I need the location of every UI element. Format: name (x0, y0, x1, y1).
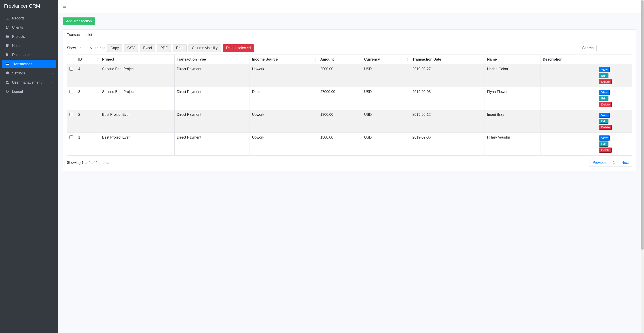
sort-desc-icon: ↑↓ (96, 58, 98, 61)
edit-button[interactable]: Edit (599, 96, 608, 101)
csv-button[interactable]: CSV (124, 44, 138, 52)
copy-button[interactable]: Copy (107, 44, 122, 52)
svg-point-0 (6, 26, 8, 27)
row-select-checkbox[interactable] (69, 90, 73, 93)
col-name[interactable]: Name↑↓ (485, 55, 540, 64)
col-currency[interactable]: Currency↑↓ (362, 55, 410, 64)
sidebar-item-documents[interactable]: Documents (2, 50, 56, 59)
column-visibility-button[interactable]: Column visibility (188, 44, 221, 52)
sidebar-item-clients[interactable]: Clients (2, 23, 56, 32)
brand-title: Freelancer CRM (0, 0, 58, 12)
table-toolbar: Show 100 entries Copy CSV Excel PDF Prin… (67, 44, 632, 52)
chart-icon (5, 16, 10, 20)
cell-project: Second Best Project (100, 64, 174, 87)
cell-id: 3 (76, 87, 100, 110)
col-description[interactable]: Description↑↓ (540, 55, 597, 64)
cell-project: Second Best Project (100, 87, 174, 110)
view-button[interactable]: View (599, 113, 610, 118)
transaction-card: Transaction List Show 100 entries Copy C… (62, 29, 636, 171)
pagination-next[interactable]: Next (618, 159, 632, 167)
col-project[interactable]: Project↑↓ (100, 55, 174, 64)
pdf-button[interactable]: PDF (157, 44, 171, 52)
delete-button[interactable]: Delete (599, 147, 612, 153)
cell-amount: 27000.00 (318, 87, 362, 110)
edit-button[interactable]: Edit (599, 141, 608, 147)
search-input[interactable] (596, 45, 632, 51)
print-button[interactable]: Print (173, 44, 187, 52)
user-plus-icon (5, 25, 10, 29)
cell-actions: ViewEditDelete (596, 133, 632, 156)
cell-currency: USD (362, 110, 410, 133)
excel-button[interactable]: Excel (140, 44, 155, 52)
delete-button[interactable]: Delete (599, 102, 612, 107)
sidebar-item-projects[interactable]: Projects (2, 32, 56, 41)
delete-button[interactable]: Delete (599, 79, 612, 84)
cell-currency: USD (362, 87, 410, 110)
sort-both-icon: ↑↓ (482, 58, 483, 61)
col-transaction-type[interactable]: Transaction Type↑↓ (174, 55, 250, 64)
add-transaction-button[interactable]: Add Transaction (62, 17, 95, 25)
cell-actions: ViewEditDelete (596, 64, 632, 87)
delete-selected-button[interactable]: Delete selected (223, 44, 254, 52)
entries-label: entries (94, 46, 105, 50)
cell-source: Upwork (250, 110, 318, 133)
chevron-left-icon: ‹ (52, 81, 53, 84)
cell-name: Hillary Vaughn (485, 133, 540, 156)
cell-type: Direct Payment (174, 64, 250, 87)
cell-actions: ViewEditDelete (596, 87, 632, 110)
cell-date: 2019-09-12 (410, 110, 485, 133)
edit-button[interactable]: Edit (599, 73, 608, 78)
cell-id: 4 (76, 64, 100, 87)
scrollbar-thumb[interactable] (641, 0, 644, 250)
table-row: 3Second Best ProjectDirect PaymentDirect… (67, 87, 632, 110)
view-button[interactable]: View (599, 67, 610, 72)
cell-date: 2019-09-05 (410, 87, 485, 110)
sidebar-item-label: Reports (12, 16, 24, 20)
cell-description (540, 87, 597, 110)
view-button[interactable]: View (599, 90, 610, 95)
sidebar: Freelancer CRM ReportsClientsProjectsNot… (0, 0, 58, 333)
sidebar-item-reports[interactable]: Reports (2, 14, 56, 22)
sidebar-item-logout[interactable]: Logout (2, 87, 56, 96)
content: Add Transaction Transaction List Show 10… (58, 13, 641, 333)
file-icon (5, 53, 10, 57)
delete-button[interactable]: Delete (599, 125, 612, 130)
col-id[interactable]: ID↑↓ (76, 55, 100, 64)
cell-project: Best Project Ever (100, 133, 174, 156)
menu-toggle-button[interactable]: ☰ (62, 4, 66, 9)
cell-name: Flynn Flowers (485, 87, 540, 110)
cell-amount: 1500.00 (318, 133, 362, 156)
sign-out-icon (5, 89, 10, 94)
page-size-select[interactable]: 100 (77, 45, 93, 51)
sidebar-item-notes[interactable]: Notes (2, 41, 56, 50)
sidebar-item-label: Transactions (12, 62, 32, 66)
cell-actions: ViewEditDelete (596, 110, 632, 133)
svg-rect-1 (6, 35, 9, 37)
card-title: Transaction List (63, 30, 636, 40)
row-select-checkbox[interactable] (69, 67, 73, 71)
pagination-previous[interactable]: Previous (589, 159, 610, 167)
sort-both-icon: ↑↓ (315, 58, 316, 61)
sidebar-item-transactions[interactable]: Transactions (2, 60, 56, 68)
briefcase-icon (5, 34, 10, 39)
row-select-checkbox[interactable] (69, 113, 73, 116)
view-button[interactable]: View (599, 135, 610, 141)
sidebar-item-user-management[interactable]: User management‹ (2, 78, 56, 87)
row-select-checkbox[interactable] (69, 135, 73, 139)
cell-date: 2019-09-06 (410, 133, 485, 156)
col-amount[interactable]: Amount↑↓ (318, 55, 362, 64)
vertical-scrollbar[interactable] (641, 0, 644, 333)
cell-name: Imani Bray (485, 110, 540, 133)
sidebar-item-settings[interactable]: Settings‹ (2, 69, 56, 77)
svg-rect-3 (6, 63, 9, 64)
sidebar-item-label: User management (12, 80, 42, 84)
col-select (67, 55, 76, 64)
pagination-page-1[interactable]: 1 (610, 159, 618, 167)
credit-card-icon (5, 62, 10, 66)
edit-button[interactable]: Edit (599, 119, 608, 124)
cell-id: 1 (76, 133, 100, 156)
col-income-source[interactable]: Income Source↑↓ (250, 55, 318, 64)
col-transaction-date[interactable]: Transaction Date↑↓ (410, 55, 485, 64)
transactions-table: ID↑↓Project↑↓Transaction Type↑↓Income So… (67, 54, 632, 156)
cell-amount: 2500.00 (318, 64, 362, 87)
